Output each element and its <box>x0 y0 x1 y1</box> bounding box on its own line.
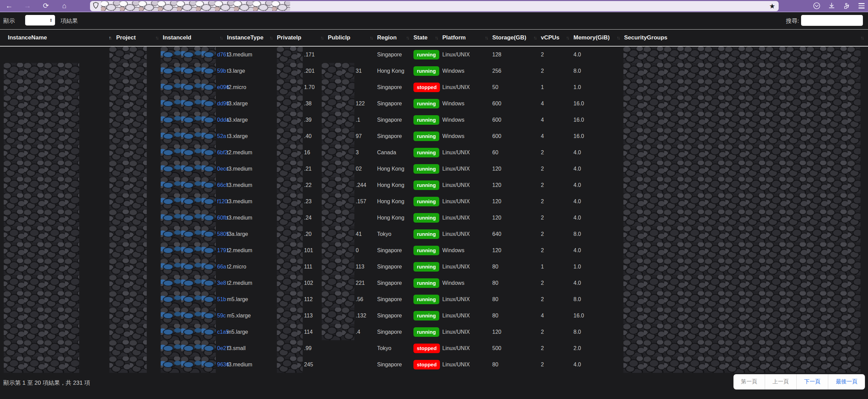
column-header-label: Platform <box>442 34 466 41</box>
extensions-icon[interactable] <box>842 1 851 10</box>
instance-id-link[interactable]: 59b <box>217 68 226 74</box>
search-input[interactable] <box>801 15 863 26</box>
cell-platform: Linux/UNIX <box>442 340 492 357</box>
private-ip-value: .23 <box>304 198 312 205</box>
private-ip-value: .39 <box>304 117 312 123</box>
column-header-region[interactable]: Region <box>377 30 413 46</box>
pocket-icon[interactable] <box>812 1 821 10</box>
cell-public-ip <box>328 47 377 63</box>
private-ip-value: .22 <box>304 182 312 188</box>
column-header-project[interactable]: Project <box>116 30 163 46</box>
cell-memory: 16.0 <box>573 112 624 128</box>
instance-id-link[interactable]: 6bf2 <box>217 150 228 156</box>
first-page-button[interactable]: 第一頁 <box>733 374 765 389</box>
cell-instance-id: 0dda <box>163 112 227 128</box>
vcpus-value: 2 <box>541 215 544 221</box>
cell-state: running <box>413 96 442 112</box>
public-ip-value: 221 <box>356 280 365 286</box>
download-icon[interactable] <box>827 1 836 10</box>
instance-id-link[interactable]: 51b <box>217 296 226 302</box>
private-ip-value: 101 <box>304 247 313 254</box>
reload-icon[interactable]: ⟳ <box>41 1 51 10</box>
column-header-privateip[interactable]: PrivateIp <box>277 30 328 46</box>
region-value: Singapore <box>377 117 402 123</box>
forward-icon[interactable]: → <box>22 1 33 10</box>
cell-instance-name <box>8 193 116 210</box>
public-ip-value: 3 <box>356 150 359 156</box>
redaction-mosaic <box>623 193 861 210</box>
redaction-mosaic <box>161 63 216 79</box>
instance-type-value: t2.medium <box>227 280 252 286</box>
instance-id-link[interactable]: 60fb <box>217 215 228 221</box>
redaction-mosaic <box>322 96 354 112</box>
redaction-mosaic <box>161 308 216 324</box>
instance-id-link[interactable]: f120 <box>217 198 228 205</box>
cell-instance-type: t3.xlarge <box>227 128 277 144</box>
instance-id-link[interactable]: 52a <box>217 133 226 139</box>
table-row: 6bf2t2.medium163CanadarunningLinux/UNIX6… <box>0 144 868 161</box>
column-header-securitygroups[interactable]: SecurityGroups <box>624 30 868 46</box>
table-row: dd90t3.xlarge.38122SingaporerunningWindo… <box>0 96 868 112</box>
storage-value: 60 <box>492 150 498 156</box>
instance-id-link[interactable]: 59c <box>217 313 226 319</box>
instance-id-link[interactable]: 66cf <box>217 182 227 188</box>
url-bar[interactable]: ★ <box>90 1 779 11</box>
cell-project <box>116 47 163 63</box>
redaction-mosaic <box>109 79 147 96</box>
memory-value: 4.0 <box>573 247 581 254</box>
redaction-mosaic <box>4 324 79 340</box>
cell-memory: 4.0 <box>573 357 624 373</box>
redaction-mosaic <box>161 210 216 226</box>
redaction-mosaic <box>109 324 147 340</box>
cell-vcpus: 2 <box>541 324 573 340</box>
memory-value: 4.0 <box>573 362 581 368</box>
shield-icon[interactable] <box>93 2 99 10</box>
sort-icon <box>433 35 438 40</box>
redaction-mosaic <box>623 63 861 79</box>
cell-region: Tokyo <box>377 340 413 357</box>
storage-value: 80 <box>492 313 498 319</box>
cell-project <box>116 242 163 259</box>
cell-security-groups <box>624 357 868 373</box>
instances-table: InstanceNameProjectInstanceIdInstanceTyp… <box>0 29 868 373</box>
redaction-mosaic <box>623 210 861 226</box>
state-badge: running <box>413 229 439 239</box>
instance-id-link[interactable]: 66a <box>217 264 226 270</box>
cell-platform: Linux/UNIX <box>442 324 492 340</box>
cell-instance-id: e096 <box>163 79 227 96</box>
instance-id-link[interactable]: 3e8 <box>217 280 226 286</box>
column-header-memorygib[interactable]: Memory(GiB) <box>573 30 624 46</box>
redaction-mosaic <box>322 63 354 79</box>
cell-instance-type: t2.medium <box>227 275 277 291</box>
redaction-mosaic <box>4 308 79 324</box>
bookmark-star-icon[interactable]: ★ <box>769 3 775 10</box>
cell-platform: Windows <box>442 96 492 112</box>
table-row: 60fbt3.medium.24Hong KongrunningLinux/UN… <box>0 210 868 226</box>
previous-page-button[interactable]: 上一頁 <box>765 374 797 389</box>
next-page-button[interactable]: 下一頁 <box>797 374 828 389</box>
column-header-instancetype[interactable]: InstanceType <box>227 30 277 46</box>
cell-public-ip: .4 <box>328 324 377 340</box>
last-page-button[interactable]: 最後一頁 <box>828 374 865 389</box>
cell-platform: Linux/UNIX <box>442 308 492 324</box>
cell-instance-id: f120 <box>163 193 227 210</box>
column-header-instancename[interactable]: InstanceName <box>8 30 116 46</box>
back-icon[interactable]: ← <box>4 1 14 10</box>
cell-security-groups <box>624 226 868 242</box>
home-icon[interactable]: ⌂ <box>59 1 69 10</box>
column-header-publicip[interactable]: PublicIp <box>328 30 377 46</box>
public-ip-value: 02 <box>356 166 362 172</box>
public-ip-value: 122 <box>356 101 365 107</box>
table-row: 0ddat3.xlarge.39.1SingaporerunningWindow… <box>0 112 868 128</box>
cell-state: running <box>413 210 442 226</box>
column-header-state[interactable]: State <box>413 30 442 46</box>
redaction-mosaic <box>623 259 861 275</box>
menu-icon[interactable] <box>857 1 866 10</box>
column-header-instanceid[interactable]: InstanceId <box>163 30 227 46</box>
page-length-select[interactable]: ▲▼ <box>25 15 55 25</box>
column-header-platform[interactable]: Platform <box>442 30 492 46</box>
cell-security-groups <box>624 79 868 96</box>
column-header-storagegb[interactable]: Storage(GB) <box>492 30 541 46</box>
column-header-vcpus[interactable]: vCPUs <box>541 30 573 46</box>
cell-public-ip: .1 <box>328 112 377 128</box>
